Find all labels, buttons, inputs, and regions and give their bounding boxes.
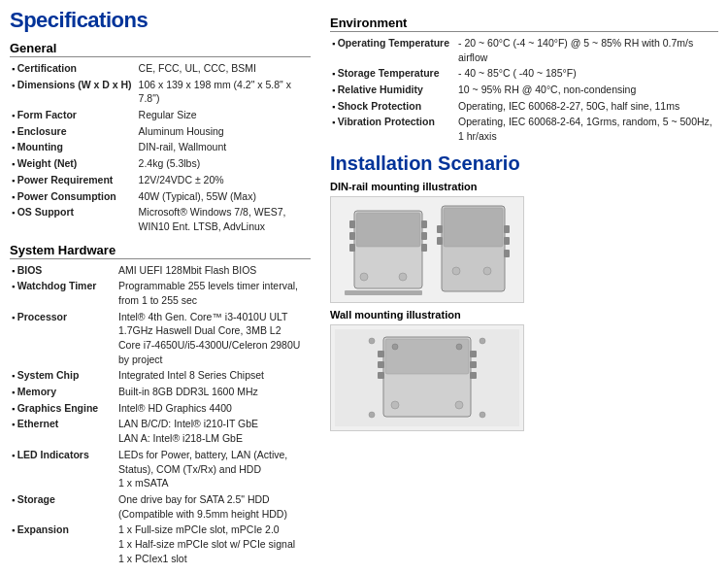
spec-value: Operating, IEC 60068-2-64, 1Grms, random…: [456, 114, 718, 144]
table-row: Relative Humidity10 ~ 95% RH @ 40°C, non…: [330, 82, 718, 98]
general-section-title: General: [10, 41, 311, 57]
spec-label: Relative Humidity: [330, 82, 456, 98]
spec-label: Dimensions (W x D x H): [10, 77, 137, 107]
spec-value: LEDs for Power, battery, LAN (Active, St…: [116, 447, 311, 491]
spec-label: Storage Temperature: [330, 65, 456, 82]
svg-point-36: [480, 412, 485, 418]
spec-label: Storage: [10, 491, 116, 522]
svg-rect-14: [437, 237, 443, 245]
page-wrapper: Specifications General CertificationCE, …: [0, 0, 728, 574]
spec-value: One drive bay for SATA 2.5" HDD (Compati…: [116, 491, 311, 522]
environment-table: Operating Temperature- 20 ~ 60°C (-4 ~ 1…: [330, 35, 718, 145]
svg-rect-15: [504, 225, 510, 233]
svg-point-9: [360, 273, 368, 281]
table-row: Expansion1 x Full-size mPCIe slot, mPCIe…: [10, 522, 311, 566]
table-row: Operating Temperature- 20 ~ 60°C (-4 ~ 1…: [330, 35, 718, 65]
svg-rect-17: [504, 250, 510, 257]
svg-rect-4: [349, 244, 355, 252]
spec-value: Aluminum Housing: [137, 123, 311, 140]
din-rail-title: DIN-rail mounting illustration: [330, 181, 718, 192]
svg-point-24: [456, 344, 462, 350]
environment-section-title: Environment: [330, 16, 718, 32]
system-hardware-section-title: System Hardware: [10, 243, 311, 259]
svg-point-35: [480, 338, 485, 344]
table-row: ProcessorIntel® 4th Gen. Core™ i3-4010U …: [10, 309, 311, 368]
left-column: Specifications General CertificationCE, …: [10, 8, 320, 574]
svg-point-34: [369, 412, 375, 418]
spec-value: DIN-rail, Wallmount: [137, 139, 311, 155]
spec-label: Weight (Net): [10, 155, 137, 172]
spec-label: Graphics Engine: [10, 400, 116, 417]
spec-value: 2.4kg (5.3lbs): [137, 155, 311, 172]
spec-value: Integrated Intel 8 Series Chipset: [116, 367, 311, 384]
spec-label: Shock Protection: [330, 98, 456, 115]
svg-point-23: [392, 344, 398, 350]
spec-label: Processor: [10, 309, 116, 368]
spec-label: Operating Temperature: [330, 35, 456, 65]
spec-label: Watchdog Timer: [10, 278, 116, 308]
svg-rect-25: [378, 351, 384, 357]
table-row: System ChipIntegrated Intel 8 Series Chi…: [10, 367, 311, 384]
general-table: CertificationCE, FCC, UL, CCC, BSMIDimen…: [10, 60, 311, 235]
svg-point-18: [452, 267, 460, 275]
spec-label: Power Requirement: [10, 172, 137, 188]
spec-value: 40W (Typical), 55W (Max): [137, 188, 311, 205]
spec-label: Expansion: [10, 522, 116, 566]
wall-mount-svg: [335, 329, 519, 426]
table-row: Power Consumption40W (Typical), 55W (Max…: [10, 188, 311, 205]
table-row: EnclosureAluminum Housing: [10, 123, 311, 140]
spec-value: - 40 ~ 85°C ( -40 ~ 185°F): [456, 65, 718, 82]
spec-label: BIOS: [10, 262, 116, 279]
page-title: Specifications: [10, 8, 311, 33]
right-column: Environment Operating Temperature- 20 ~ …: [320, 8, 718, 574]
svg-rect-29: [470, 361, 477, 368]
table-row: OS SupportMicrosoft® Windows 7/8, WES7, …: [10, 204, 311, 234]
spec-label: System Chip: [10, 367, 116, 384]
svg-rect-12: [444, 208, 503, 247]
spec-label: Power Consumption: [10, 188, 137, 205]
main-content: Specifications General CertificationCE, …: [0, 0, 728, 574]
table-row: StorageOne drive bay for SATA 2.5" HDD (…: [10, 491, 311, 522]
din-rail-svg: [335, 201, 519, 298]
spec-value: 10 ~ 95% RH @ 40°C, non-condensing: [456, 82, 718, 98]
svg-point-32: [455, 401, 463, 409]
spec-label: Certification: [10, 60, 137, 77]
spec-value: Built-in 8GB DDR3L 1600 MHz: [116, 384, 311, 400]
spec-label: Form Factor: [10, 107, 137, 123]
svg-rect-2: [349, 220, 355, 228]
svg-rect-28: [470, 351, 477, 357]
svg-rect-8: [345, 290, 422, 295]
table-row: MountingDIN-rail, Wallmount: [10, 139, 311, 155]
svg-point-10: [399, 273, 407, 281]
svg-rect-27: [378, 372, 384, 379]
table-row: Vibration ProtectionOperating, IEC 60068…: [330, 114, 718, 144]
table-row: Watchdog TimerProgrammable 255 levels ti…: [10, 278, 311, 308]
svg-rect-16: [504, 237, 510, 245]
spec-value: 106 x 139 x 198 mm (4.2" x 5.8" x 7.8"): [137, 77, 311, 107]
spec-label: OS Support: [10, 204, 137, 234]
svg-rect-6: [421, 232, 427, 240]
svg-rect-13: [437, 225, 443, 233]
wall-mounting-title: Wall mounting illustration: [330, 309, 718, 321]
table-row: Shock ProtectionOperating, IEC 60068-2-2…: [330, 98, 718, 115]
spec-value: AMI UEFI 128Mbit Flash BIOS: [116, 262, 311, 279]
spec-label: Memory: [10, 384, 116, 400]
table-row: CertificationCE, FCC, UL, CCC, BSMI: [10, 60, 311, 77]
spec-label: LED Indicators: [10, 447, 116, 491]
svg-rect-5: [421, 220, 427, 228]
installation-title: Installation Scenario: [330, 152, 718, 175]
table-row: EthernetLAN B/C/D: Intel® i210-IT GbELAN…: [10, 416, 311, 446]
svg-rect-1: [356, 213, 420, 247]
spec-value: 12V/24VDC ± 20%: [137, 172, 311, 188]
table-row: Storage Temperature- 40 ~ 85°C ( -40 ~ 1…: [330, 65, 718, 82]
spec-label: Ethernet: [10, 416, 116, 446]
system-hardware-table: BIOSAMI UEFI 128Mbit Flash BIOSWatchdog …: [10, 262, 311, 567]
table-row: MemoryBuilt-in 8GB DDR3L 1600 MHz: [10, 384, 311, 400]
svg-rect-26: [378, 361, 384, 368]
svg-point-33: [369, 338, 375, 344]
spec-value: CE, FCC, UL, CCC, BSMI: [137, 60, 311, 77]
spec-value: Programmable 255 levels timer interval, …: [116, 278, 311, 308]
table-row: Power Requirement12V/24VDC ± 20%: [10, 172, 311, 188]
table-row: BIOSAMI UEFI 128Mbit Flash BIOS: [10, 262, 311, 279]
wall-mounting-illustration: [330, 324, 524, 431]
